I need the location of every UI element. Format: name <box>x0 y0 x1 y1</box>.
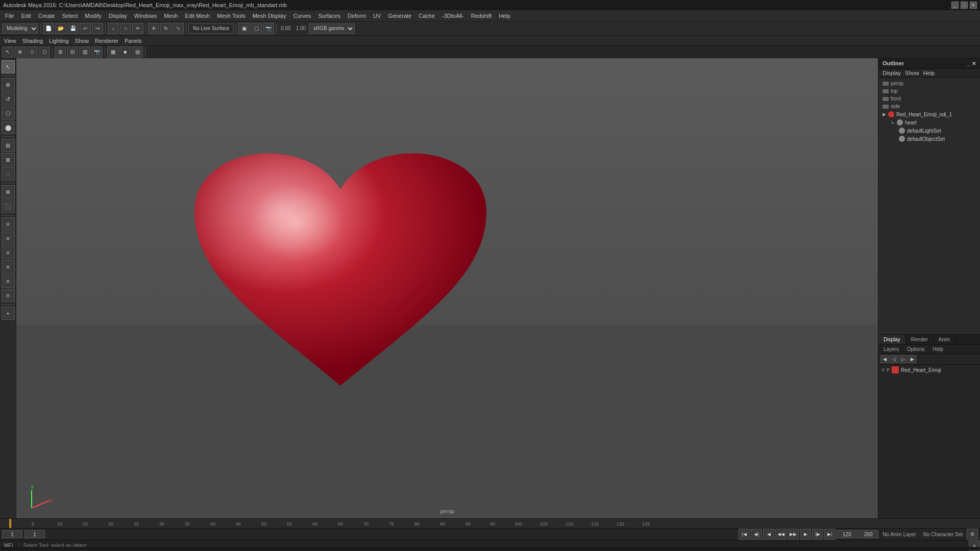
prev-key-btn[interactable]: ◀ <box>763 529 774 540</box>
panel-menu-panels[interactable]: Panels <box>125 38 142 44</box>
channel-scrollbar[interactable] <box>0 547 980 550</box>
extra-tool3[interactable]: ≡ <box>2 246 15 259</box>
title-bar-controls[interactable]: _ □ ✕ <box>951 2 977 9</box>
panel-menu-renderer[interactable]: Renderer <box>95 38 118 44</box>
panel-menu-lighting[interactable]: Lighting <box>49 38 69 44</box>
mode-dropdown[interactable]: Modeling <box>2 23 38 34</box>
layer-prev-btn[interactable]: ◀ <box>880 355 889 363</box>
outliner-cam-front[interactable]: front <box>878 95 980 103</box>
layer-next-btn[interactable]: ▷ <box>899 355 907 363</box>
save-btn[interactable]: 💾 <box>67 23 79 34</box>
vp-snap2-btn[interactable]: ◇ <box>27 46 38 58</box>
layer-prev2-btn[interactable]: ◁ <box>890 355 898 363</box>
vp-wire-btn[interactable]: ▦ <box>107 46 118 58</box>
goto-start-btn[interactable]: |◀ <box>739 529 750 540</box>
lasso-tool[interactable]: ⊕ <box>2 78 15 91</box>
minimize-button[interactable]: _ <box>951 2 959 9</box>
menu-mesh-display[interactable]: Mesh Display <box>250 12 289 20</box>
menu-create[interactable]: Create <box>35 12 58 20</box>
move-btn[interactable]: ✛ <box>148 23 159 34</box>
extra-tool2[interactable]: ≡ <box>2 232 15 245</box>
vp-camera-btn[interactable]: 📷 <box>91 46 103 58</box>
vp-snap-btn[interactable]: ⊕ <box>14 46 26 58</box>
panel-menu-show[interactable]: Show <box>75 38 89 44</box>
poly-tool[interactable]: ⬡ <box>2 107 15 120</box>
add-tool[interactable]: ⊕ <box>2 185 15 198</box>
scale-btn[interactable]: ⤡ <box>173 23 184 34</box>
curve-tool[interactable]: ↺ <box>2 92 15 106</box>
outliner-lightset-item[interactable]: defaultLightSet <box>895 127 980 135</box>
outliner-menu-display[interactable]: Display <box>883 70 901 76</box>
outliner-objectset-item[interactable]: defaultObjectSet <box>895 135 980 143</box>
grid-tool[interactable]: ⊞ <box>2 139 15 152</box>
vp-snap3-btn[interactable]: ⬡ <box>39 46 50 58</box>
subtab-help[interactable]: Help <box>929 346 946 353</box>
paint-btn[interactable]: ✏ <box>132 23 143 34</box>
layer-next2-btn[interactable]: ▶ <box>908 355 916 363</box>
tab-display[interactable]: Display <box>878 335 906 344</box>
range-start-input[interactable] <box>24 530 45 538</box>
menu-mesh[interactable]: Mesh <box>161 12 181 20</box>
menu-file[interactable]: File <box>2 12 17 20</box>
vp-solid-btn[interactable]: ■ <box>119 46 131 58</box>
menu-select[interactable]: Select <box>59 12 81 20</box>
menu-edit[interactable]: Edit <box>18 12 34 20</box>
extra-tool6[interactable]: ≡ <box>2 289 15 302</box>
outliner-heart-item[interactable]: ↳ heart <box>887 118 980 127</box>
live-surface-btn[interactable]: No Live Surface <box>188 23 234 34</box>
close-button[interactable]: ✕ <box>970 2 977 9</box>
outliner-close[interactable]: ✕ <box>972 61 976 66</box>
extra-tool4[interactable]: ≡ <box>2 260 15 273</box>
menu-generate[interactable]: Generate <box>385 12 414 20</box>
menu-help[interactable]: Help <box>496 12 513 20</box>
menu-windows[interactable]: Windows <box>131 12 160 20</box>
menu-curves[interactable]: Curves <box>290 12 314 20</box>
misc-tool[interactable]: • <box>2 307 15 320</box>
tab-anim[interactable]: Anim <box>934 335 956 344</box>
vp-frame3-btn[interactable]: ▥ <box>79 46 90 58</box>
outliner-minimize[interactable]: _ <box>967 61 970 66</box>
play-back-btn[interactable]: ◀◀ <box>775 529 787 540</box>
list-tool[interactable]: ≣ <box>2 153 15 166</box>
vp-frame-btn[interactable]: ⊞ <box>55 46 66 58</box>
menu-display[interactable]: Display <box>106 12 130 20</box>
vp-frame2-btn[interactable]: ⊟ <box>67 46 78 58</box>
undo-btn[interactable]: ↩ <box>80 23 91 34</box>
next-frame-btn[interactable]: |▶ <box>812 529 823 540</box>
vp-select-btn[interactable]: ↖ <box>2 46 13 58</box>
char-set-options-btn[interactable]: ⚙ <box>967 529 978 540</box>
ipr-btn[interactable]: ▢ <box>251 23 262 34</box>
next-key-btn[interactable]: ▶ <box>800 529 811 540</box>
select-tool[interactable]: ↖ <box>2 60 15 73</box>
panel-menu-shading[interactable]: Shading <box>22 38 43 44</box>
outliner-cam-side[interactable]: side <box>878 103 980 110</box>
play-btn[interactable]: ▶▶ <box>788 529 799 540</box>
menu-deform[interactable]: Deform <box>345 12 369 20</box>
select-btn[interactable]: ⬦ <box>108 23 119 34</box>
current-frame-input[interactable] <box>2 530 22 538</box>
render-btn[interactable]: ▣ <box>238 23 250 34</box>
panel-menu-view[interactable]: View <box>4 38 16 44</box>
open-btn[interactable]: 📂 <box>55 23 66 34</box>
circle-tool[interactable]: ⬤ <box>2 121 15 134</box>
menu-redshift[interactable]: Redshift <box>468 12 495 20</box>
range-end-input[interactable] <box>837 530 857 538</box>
outliner-group-item[interactable]: ▶ Red_Heart_Emoji_ndi_1 <box>878 110 980 118</box>
dots-tool[interactable]: ∷ <box>2 167 15 181</box>
subtab-options[interactable]: Options <box>904 346 927 353</box>
menu-uv[interactable]: UV <box>370 12 384 20</box>
extra-tool5[interactable]: ≡ <box>2 274 15 288</box>
outliner-menu-show[interactable]: Show <box>905 70 919 76</box>
tab-render[interactable]: Render <box>906 335 934 344</box>
redo-btn[interactable]: ↪ <box>92 23 103 34</box>
menu-surfaces[interactable]: Surfaces <box>315 12 344 20</box>
prev-frame-btn[interactable]: ◀| <box>751 529 762 540</box>
maximize-button[interactable]: □ <box>961 2 968 9</box>
subtab-layers[interactable]: Layers <box>880 346 902 353</box>
color-mode-dropdown[interactable]: sRGB gamma <box>309 23 355 34</box>
outliner-menu-help[interactable]: Help <box>923 70 935 76</box>
menu-mesh-tools[interactable]: Mesh Tools <box>214 12 248 20</box>
rect-tool[interactable]: ⬛ <box>2 199 15 213</box>
menu-modify[interactable]: Modify <box>82 12 104 20</box>
extra-tool[interactable]: ≡ <box>2 217 15 231</box>
